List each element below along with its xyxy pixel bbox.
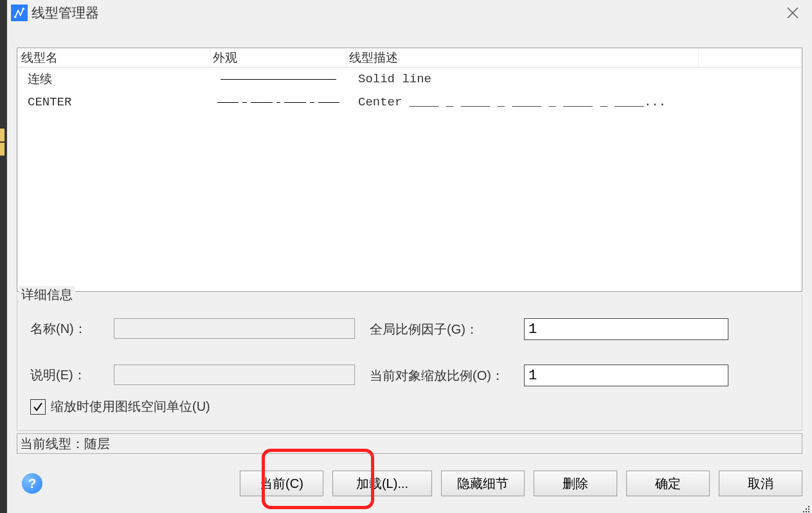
delete-button[interactable]: 删除	[534, 471, 617, 496]
header-name[interactable]: 线型名	[17, 48, 210, 67]
svg-point-6	[806, 511, 807, 512]
global-scale-label: 全局比例因子(G)：	[370, 321, 524, 338]
details-group: 详细信息 名称(N)： 说明(E)： 全局比例因子(G)： 当前对象缩放比例(O…	[17, 294, 802, 431]
check-icon	[32, 401, 44, 413]
app-icon	[11, 4, 28, 21]
paperspace-checkbox[interactable]	[30, 399, 46, 415]
table-row[interactable]: 连续 Solid line	[17, 68, 802, 91]
linetype-name: 连续	[17, 71, 210, 87]
cancel-button[interactable]: 取消	[719, 471, 802, 496]
linetype-table[interactable]: 线型名 外观 线型描述 连续 Solid line CENTER	[17, 48, 802, 292]
svg-point-7	[808, 511, 809, 512]
desc-field[interactable]	[114, 364, 355, 385]
name-field[interactable]	[114, 318, 355, 339]
details-legend: 详细信息	[19, 286, 75, 303]
current-button[interactable]: 当前(C)	[240, 471, 323, 496]
desc-label: 说明(E)：	[17, 366, 114, 384]
linetype-desc: Center ____ _ ____ _ ____ _ ____ _ ____.…	[347, 95, 802, 109]
object-scale-label: 当前对象缩放比例(O)：	[370, 367, 524, 384]
svg-point-5	[803, 511, 804, 512]
linetype-preview-solid	[210, 79, 347, 80]
table-header: 线型名 外观 线型描述	[17, 48, 802, 68]
help-button[interactable]: ?	[22, 473, 42, 494]
linetype-preview-center	[210, 102, 347, 103]
linetype-manager-window: 线型管理器 线型名 外观 线型描述 连续 Solid line CENTER	[6, 0, 812, 513]
current-linetype-status: 当前线型：随层	[17, 433, 802, 454]
button-row: ? 当前(C) 加载(L)... 隐藏细节 删除 确定 取消	[17, 469, 802, 498]
svg-point-2	[808, 506, 809, 507]
global-scale-field[interactable]	[524, 318, 728, 340]
load-button[interactable]: 加载(L)...	[332, 471, 432, 496]
ok-button[interactable]: 确定	[626, 471, 710, 496]
header-description[interactable]: 线型描述	[347, 48, 699, 67]
svg-point-0	[14, 16, 17, 19]
resize-grip-icon[interactable]	[801, 502, 810, 511]
table-row[interactable]: CENTER Center ____ _ ____ _ ____ _ ____ …	[17, 91, 802, 114]
close-icon	[785, 5, 800, 21]
header-appearance[interactable]: 外观	[210, 48, 347, 67]
paperspace-label: 缩放时使用图纸空间单位(U)	[51, 398, 210, 415]
linetype-desc: Solid line	[347, 72, 802, 86]
svg-point-1	[23, 8, 25, 10]
svg-point-3	[806, 509, 807, 510]
object-scale-field[interactable]	[524, 364, 728, 386]
titlebar: 线型管理器	[7, 0, 812, 26]
hide-details-button[interactable]: 隐藏细节	[441, 471, 525, 496]
name-label: 名称(N)：	[17, 320, 114, 338]
close-button[interactable]	[782, 3, 803, 23]
window-title: 线型管理器	[32, 4, 99, 22]
linetype-name: CENTER	[17, 95, 210, 109]
svg-point-4	[808, 509, 809, 510]
